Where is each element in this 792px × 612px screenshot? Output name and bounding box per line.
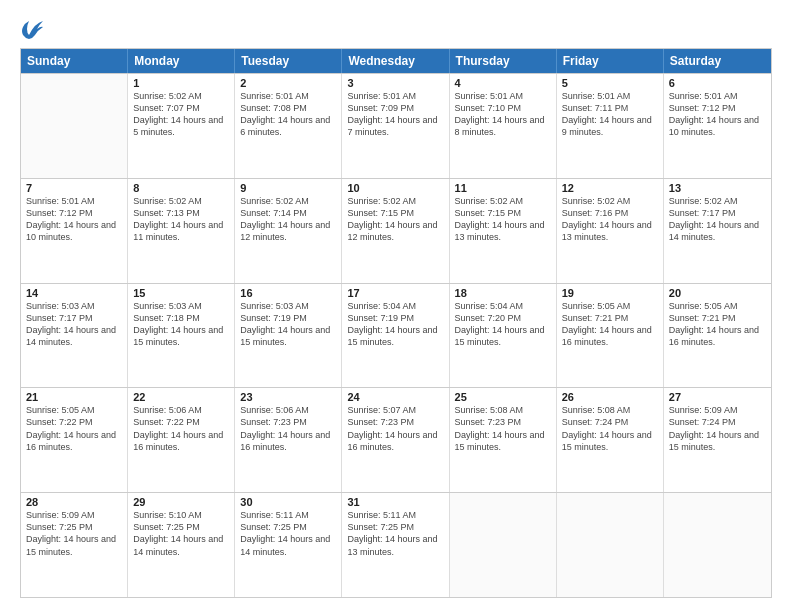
- day-number: 5: [562, 77, 658, 89]
- day-info: Sunrise: 5:03 AMSunset: 7:19 PMDaylight:…: [240, 300, 336, 349]
- cal-cell: 30Sunrise: 5:11 AMSunset: 7:25 PMDayligh…: [235, 493, 342, 597]
- day-number: 29: [133, 496, 229, 508]
- cal-cell: 5Sunrise: 5:01 AMSunset: 7:11 PMDaylight…: [557, 74, 664, 178]
- day-info: Sunrise: 5:02 AMSunset: 7:17 PMDaylight:…: [669, 195, 766, 244]
- day-info: Sunrise: 5:08 AMSunset: 7:24 PMDaylight:…: [562, 404, 658, 453]
- day-number: 19: [562, 287, 658, 299]
- day-info: Sunrise: 5:02 AMSunset: 7:15 PMDaylight:…: [455, 195, 551, 244]
- day-number: 20: [669, 287, 766, 299]
- day-info: Sunrise: 5:06 AMSunset: 7:22 PMDaylight:…: [133, 404, 229, 453]
- day-number: 2: [240, 77, 336, 89]
- cal-cell: 4Sunrise: 5:01 AMSunset: 7:10 PMDaylight…: [450, 74, 557, 178]
- day-number: 30: [240, 496, 336, 508]
- cal-cell: 13Sunrise: 5:02 AMSunset: 7:17 PMDayligh…: [664, 179, 771, 283]
- day-info: Sunrise: 5:11 AMSunset: 7:25 PMDaylight:…: [240, 509, 336, 558]
- cal-cell: 10Sunrise: 5:02 AMSunset: 7:15 PMDayligh…: [342, 179, 449, 283]
- header: [20, 18, 772, 40]
- day-info: Sunrise: 5:05 AMSunset: 7:21 PMDaylight:…: [669, 300, 766, 349]
- cal-cell: [664, 493, 771, 597]
- calendar-body: 1Sunrise: 5:02 AMSunset: 7:07 PMDaylight…: [21, 73, 771, 597]
- cal-cell: 8Sunrise: 5:02 AMSunset: 7:13 PMDaylight…: [128, 179, 235, 283]
- week-row-2: 7Sunrise: 5:01 AMSunset: 7:12 PMDaylight…: [21, 178, 771, 283]
- day-number: 27: [669, 391, 766, 403]
- day-header-sunday: Sunday: [21, 49, 128, 73]
- cal-cell: 11Sunrise: 5:02 AMSunset: 7:15 PMDayligh…: [450, 179, 557, 283]
- page: SundayMondayTuesdayWednesdayThursdayFrid…: [0, 0, 792, 612]
- day-info: Sunrise: 5:01 AMSunset: 7:12 PMDaylight:…: [26, 195, 122, 244]
- day-number: 26: [562, 391, 658, 403]
- day-info: Sunrise: 5:02 AMSunset: 7:16 PMDaylight:…: [562, 195, 658, 244]
- day-info: Sunrise: 5:07 AMSunset: 7:23 PMDaylight:…: [347, 404, 443, 453]
- logo: [20, 18, 45, 40]
- day-info: Sunrise: 5:04 AMSunset: 7:20 PMDaylight:…: [455, 300, 551, 349]
- cal-cell: 21Sunrise: 5:05 AMSunset: 7:22 PMDayligh…: [21, 388, 128, 492]
- day-info: Sunrise: 5:02 AMSunset: 7:07 PMDaylight:…: [133, 90, 229, 139]
- day-number: 16: [240, 287, 336, 299]
- cal-cell: 23Sunrise: 5:06 AMSunset: 7:23 PMDayligh…: [235, 388, 342, 492]
- day-info: Sunrise: 5:04 AMSunset: 7:19 PMDaylight:…: [347, 300, 443, 349]
- day-header-thursday: Thursday: [450, 49, 557, 73]
- day-header-wednesday: Wednesday: [342, 49, 449, 73]
- day-info: Sunrise: 5:01 AMSunset: 7:11 PMDaylight:…: [562, 90, 658, 139]
- day-number: 11: [455, 182, 551, 194]
- day-number: 13: [669, 182, 766, 194]
- day-number: 18: [455, 287, 551, 299]
- cal-cell: 19Sunrise: 5:05 AMSunset: 7:21 PMDayligh…: [557, 284, 664, 388]
- cal-cell: 16Sunrise: 5:03 AMSunset: 7:19 PMDayligh…: [235, 284, 342, 388]
- day-number: 14: [26, 287, 122, 299]
- day-number: 25: [455, 391, 551, 403]
- day-number: 23: [240, 391, 336, 403]
- day-number: 17: [347, 287, 443, 299]
- day-number: 3: [347, 77, 443, 89]
- cal-cell: [450, 493, 557, 597]
- day-number: 22: [133, 391, 229, 403]
- day-info: Sunrise: 5:02 AMSunset: 7:15 PMDaylight:…: [347, 195, 443, 244]
- day-number: 31: [347, 496, 443, 508]
- day-info: Sunrise: 5:01 AMSunset: 7:10 PMDaylight:…: [455, 90, 551, 139]
- cal-cell: 18Sunrise: 5:04 AMSunset: 7:20 PMDayligh…: [450, 284, 557, 388]
- day-info: Sunrise: 5:09 AMSunset: 7:25 PMDaylight:…: [26, 509, 122, 558]
- day-header-friday: Friday: [557, 49, 664, 73]
- cal-cell: 7Sunrise: 5:01 AMSunset: 7:12 PMDaylight…: [21, 179, 128, 283]
- calendar: SundayMondayTuesdayWednesdayThursdayFrid…: [20, 48, 772, 598]
- cal-cell: 31Sunrise: 5:11 AMSunset: 7:25 PMDayligh…: [342, 493, 449, 597]
- cal-cell: 1Sunrise: 5:02 AMSunset: 7:07 PMDaylight…: [128, 74, 235, 178]
- day-number: 1: [133, 77, 229, 89]
- day-number: 24: [347, 391, 443, 403]
- day-info: Sunrise: 5:03 AMSunset: 7:17 PMDaylight:…: [26, 300, 122, 349]
- day-number: 12: [562, 182, 658, 194]
- day-info: Sunrise: 5:01 AMSunset: 7:12 PMDaylight:…: [669, 90, 766, 139]
- day-info: Sunrise: 5:05 AMSunset: 7:22 PMDaylight:…: [26, 404, 122, 453]
- day-info: Sunrise: 5:03 AMSunset: 7:18 PMDaylight:…: [133, 300, 229, 349]
- day-number: 7: [26, 182, 122, 194]
- cal-cell: 25Sunrise: 5:08 AMSunset: 7:23 PMDayligh…: [450, 388, 557, 492]
- week-row-3: 14Sunrise: 5:03 AMSunset: 7:17 PMDayligh…: [21, 283, 771, 388]
- day-number: 21: [26, 391, 122, 403]
- cal-cell: [557, 493, 664, 597]
- day-header-tuesday: Tuesday: [235, 49, 342, 73]
- cal-cell: 2Sunrise: 5:01 AMSunset: 7:08 PMDaylight…: [235, 74, 342, 178]
- day-number: 6: [669, 77, 766, 89]
- cal-cell: [21, 74, 128, 178]
- day-info: Sunrise: 5:11 AMSunset: 7:25 PMDaylight:…: [347, 509, 443, 558]
- week-row-4: 21Sunrise: 5:05 AMSunset: 7:22 PMDayligh…: [21, 387, 771, 492]
- cal-cell: 6Sunrise: 5:01 AMSunset: 7:12 PMDaylight…: [664, 74, 771, 178]
- week-row-1: 1Sunrise: 5:02 AMSunset: 7:07 PMDaylight…: [21, 73, 771, 178]
- day-info: Sunrise: 5:02 AMSunset: 7:13 PMDaylight:…: [133, 195, 229, 244]
- day-header-saturday: Saturday: [664, 49, 771, 73]
- day-header-monday: Monday: [128, 49, 235, 73]
- day-info: Sunrise: 5:10 AMSunset: 7:25 PMDaylight:…: [133, 509, 229, 558]
- day-number: 28: [26, 496, 122, 508]
- day-info: Sunrise: 5:05 AMSunset: 7:21 PMDaylight:…: [562, 300, 658, 349]
- day-number: 10: [347, 182, 443, 194]
- day-number: 4: [455, 77, 551, 89]
- cal-cell: 24Sunrise: 5:07 AMSunset: 7:23 PMDayligh…: [342, 388, 449, 492]
- day-info: Sunrise: 5:01 AMSunset: 7:08 PMDaylight:…: [240, 90, 336, 139]
- cal-cell: 27Sunrise: 5:09 AMSunset: 7:24 PMDayligh…: [664, 388, 771, 492]
- day-info: Sunrise: 5:09 AMSunset: 7:24 PMDaylight:…: [669, 404, 766, 453]
- cal-cell: 22Sunrise: 5:06 AMSunset: 7:22 PMDayligh…: [128, 388, 235, 492]
- cal-cell: 28Sunrise: 5:09 AMSunset: 7:25 PMDayligh…: [21, 493, 128, 597]
- cal-cell: 15Sunrise: 5:03 AMSunset: 7:18 PMDayligh…: [128, 284, 235, 388]
- cal-cell: 29Sunrise: 5:10 AMSunset: 7:25 PMDayligh…: [128, 493, 235, 597]
- cal-cell: 17Sunrise: 5:04 AMSunset: 7:19 PMDayligh…: [342, 284, 449, 388]
